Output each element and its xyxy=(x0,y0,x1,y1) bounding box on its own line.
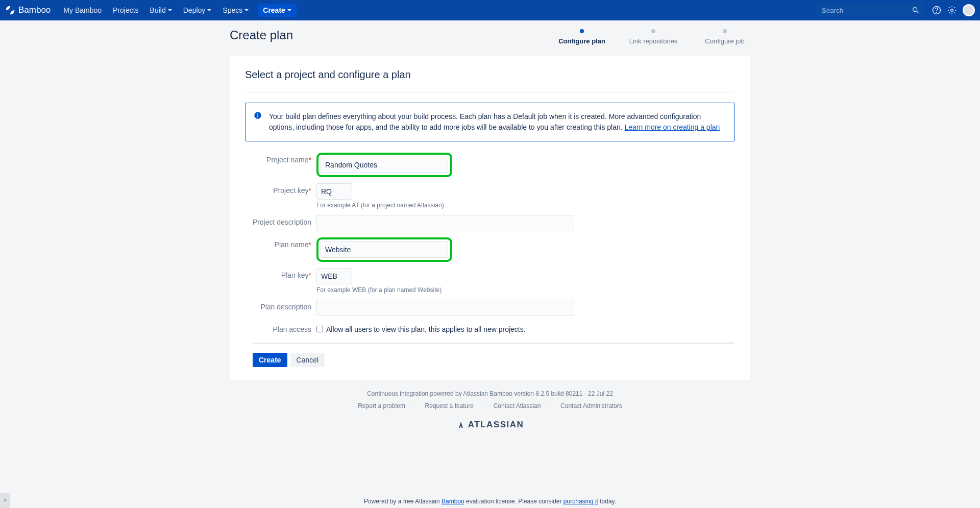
footer-text: Continuous integration powered by Atlass… xyxy=(230,390,750,397)
page-title: Create plan xyxy=(230,28,556,42)
nav-my-bamboo[interactable]: My Bamboo xyxy=(58,3,107,17)
app-name: Bamboo xyxy=(18,5,51,15)
nav-projects[interactable]: Projects xyxy=(108,3,144,17)
create-button[interactable]: Create xyxy=(253,353,287,367)
help-icon xyxy=(932,6,941,15)
nav-links: My Bamboo Projects Build Deploy Specs Cr… xyxy=(58,3,297,17)
atlassian-icon xyxy=(456,420,465,429)
search-wrapper xyxy=(817,3,924,18)
wizard-steps: Configure plan Link repositories Configu… xyxy=(556,29,750,46)
info-icon xyxy=(254,111,262,119)
info-text: Your build plan defines everything about… xyxy=(269,111,726,133)
chevron-down-icon xyxy=(244,9,249,11)
step-configure-job[interactable]: Configure job xyxy=(699,29,750,46)
project-desc-label: Project description xyxy=(245,215,316,226)
divider xyxy=(245,92,735,92)
footer: Continuous integration powered by Atlass… xyxy=(230,380,750,440)
chevron-down-icon xyxy=(287,9,291,11)
step-dot-icon xyxy=(723,29,727,33)
chevron-down-icon xyxy=(207,9,211,11)
project-key-hint: For example AT (for a project named Atla… xyxy=(316,202,735,209)
button-bar: Create Cancel xyxy=(253,343,734,367)
plan-access-checkbox-label: Allow all users to view this plan, this … xyxy=(326,325,526,333)
section-title: Select a project and configure a plan xyxy=(245,69,735,81)
plan-key-label: Plan key* xyxy=(245,268,316,279)
plan-desc-input[interactable] xyxy=(316,300,574,316)
banner-bamboo-link[interactable]: Bamboo xyxy=(442,498,464,505)
footer-links: Report a problem· Request a feature· Con… xyxy=(230,402,750,409)
svg-rect-6 xyxy=(257,115,258,117)
step-dot-icon xyxy=(580,29,584,33)
plan-access-checkbox[interactable] xyxy=(316,326,323,332)
svg-point-4 xyxy=(951,9,953,12)
plan-name-input[interactable] xyxy=(321,241,448,258)
banner-purchase-link[interactable]: purchasing it xyxy=(564,498,598,505)
project-desc-input[interactable] xyxy=(316,215,574,231)
project-name-label: Project name* xyxy=(245,153,316,164)
search-input[interactable] xyxy=(817,3,924,18)
bamboo-icon xyxy=(5,5,15,15)
footer-report-problem[interactable]: Report a problem xyxy=(358,402,405,409)
info-message: Your build plan defines everything about… xyxy=(245,103,735,141)
step-configure-plan[interactable]: Configure plan xyxy=(556,29,607,46)
settings-button[interactable] xyxy=(944,3,960,18)
nav-specs[interactable]: Specs xyxy=(217,3,254,17)
top-nav: Bamboo My Bamboo Projects Build Deploy S… xyxy=(0,0,980,20)
svg-line-1 xyxy=(917,11,918,13)
user-avatar[interactable] xyxy=(963,4,975,16)
plan-access-label: Plan access xyxy=(245,322,316,333)
nav-deploy[interactable]: Deploy xyxy=(178,3,217,17)
cancel-button[interactable]: Cancel xyxy=(290,353,325,367)
nav-create-button[interactable]: Create xyxy=(258,4,297,17)
chevron-down-icon xyxy=(168,9,172,11)
plan-key-hint: For example WEB (for a plan named Websit… xyxy=(316,286,735,294)
app-logo[interactable]: Bamboo xyxy=(5,5,51,15)
svg-point-3 xyxy=(937,12,937,13)
form-panel: Select a project and configure a plan Yo… xyxy=(230,56,750,380)
plan-desc-label: Plan description xyxy=(245,300,316,311)
project-key-label: Project key* xyxy=(245,183,316,195)
step-link-repositories[interactable]: Link repositories xyxy=(628,29,679,46)
plan-name-label: Plan name* xyxy=(245,237,316,249)
svg-point-7 xyxy=(257,113,258,114)
footer-request-feature[interactable]: Request a feature xyxy=(425,402,474,409)
help-button[interactable] xyxy=(929,3,944,18)
footer-contact-atlassian[interactable]: Contact Atlassian xyxy=(494,402,541,409)
footer-contact-administrators[interactable]: Contact Administrators xyxy=(560,402,622,409)
atlassian-logo[interactable]: ATLASSIAN xyxy=(230,420,750,430)
highlight xyxy=(316,153,452,177)
step-dot-icon xyxy=(651,29,655,33)
highlight xyxy=(316,237,452,262)
project-key-input[interactable] xyxy=(316,183,352,200)
search-icon xyxy=(912,6,920,16)
plan-key-input[interactable] xyxy=(316,268,352,284)
nav-build[interactable]: Build xyxy=(145,3,177,17)
license-banner: Powered by a free Atlassian Bamboo evalu… xyxy=(0,498,980,505)
learn-more-link[interactable]: Learn more on creating a plan xyxy=(625,123,720,131)
gear-icon xyxy=(947,6,957,15)
project-name-input[interactable] xyxy=(321,157,448,173)
svg-point-0 xyxy=(913,8,917,12)
